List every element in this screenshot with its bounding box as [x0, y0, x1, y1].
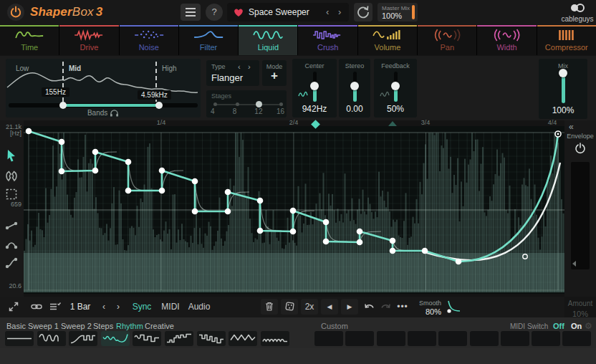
midi-switch-off-button[interactable]: Off	[553, 322, 564, 330]
more-options-button[interactable]: •••	[394, 299, 411, 315]
custom-wave-slot[interactable]	[438, 331, 467, 346]
stages-option-16[interactable]: 16	[277, 107, 284, 115]
shift-right-button[interactable]: ▶	[341, 299, 358, 315]
wave-category-creative[interactable]: Creative	[145, 322, 174, 330]
wave-preset-bumps[interactable]	[37, 331, 66, 346]
smooth-curve-icon[interactable]	[446, 300, 461, 315]
trigger-sync-button[interactable]: Sync	[129, 299, 155, 315]
favorite-heart-icon[interactable]	[233, 7, 244, 17]
tab-pan[interactable]: Pan	[418, 25, 476, 55]
envelope-plot[interactable]	[24, 126, 564, 294]
stages-control[interactable]: Stages 481216	[206, 90, 287, 118]
stages-option-8[interactable]: 8	[233, 107, 237, 115]
tab-noise[interactable]: Noise	[120, 25, 178, 55]
bar-next-icon[interactable]: ›	[113, 299, 123, 315]
tab-time[interactable]: Time	[0, 25, 59, 55]
preset-selector[interactable]: Space Sweeper ‹ ›	[227, 3, 349, 21]
stages-handle[interactable]	[256, 101, 262, 107]
tab-width[interactable]: Width	[477, 25, 536, 55]
bypass-power-button[interactable]	[7, 4, 24, 21]
tab-crush[interactable]: Crush	[298, 25, 357, 55]
bar-length-selector[interactable]: 1 Bar	[66, 299, 95, 315]
stages-option-12[interactable]: 12	[254, 107, 262, 115]
stereo-control[interactable]: Stereo 0.00	[339, 59, 370, 118]
marquee-tool-button[interactable]	[4, 186, 19, 202]
tab-filter[interactable]: Filter	[179, 25, 238, 55]
mix-control[interactable]: Mix 100%	[539, 59, 587, 119]
wave-list-button[interactable]	[47, 299, 63, 315]
midi-switch-on-button[interactable]: On	[571, 322, 582, 330]
band-handle-low[interactable]	[59, 102, 67, 109]
wave-category-basic[interactable]: Basic	[6, 322, 26, 330]
wave-category-sweep-1[interactable]: Sweep 1	[28, 322, 59, 330]
type-selector[interactable]: Type ‹ › Flanger	[206, 60, 259, 86]
preset-prev-icon[interactable]: ‹	[326, 6, 329, 17]
stereo-slider[interactable]	[353, 72, 357, 102]
feedback-param-marker-icon[interactable]	[388, 121, 397, 126]
custom-wave-slot[interactable]	[377, 331, 405, 346]
bar-prev-icon[interactable]: ‹	[99, 299, 109, 315]
custom-wave-slot[interactable]	[470, 331, 499, 346]
stages-dot[interactable]	[236, 102, 239, 106]
wave-preset-humps[interactable]	[261, 331, 289, 346]
envelope-power-icon[interactable]	[574, 142, 587, 155]
band-split-panel[interactable]: Low Mid High 155Hz 4.59kHz Bands	[6, 59, 201, 118]
feedback-slider-handle[interactable]	[391, 82, 400, 90]
wave-category-steps[interactable]: Steps	[93, 322, 113, 330]
headphones-icon[interactable]	[110, 109, 119, 117]
custom-wave-slot[interactable]	[408, 331, 436, 346]
tab-liquid[interactable]: Liquid	[239, 25, 297, 55]
beat-ruler[interactable]: 1/42/43/44/4	[24, 120, 564, 126]
tab-drive[interactable]: Drive	[59, 25, 118, 55]
preset-next-icon[interactable]: ›	[338, 6, 341, 17]
custom-wave-slot[interactable]	[562, 331, 591, 346]
wave-preset-triangles[interactable]	[229, 331, 257, 346]
collapse-panel-icon[interactable]: «	[569, 122, 573, 132]
stages-slider[interactable]	[213, 104, 279, 105]
link-waves-button[interactable]	[29, 299, 44, 315]
custom-wave-slot[interactable]	[532, 331, 560, 346]
mode-selector[interactable]: Mode +	[262, 60, 287, 86]
shift-left-button[interactable]: ◀	[321, 299, 338, 315]
trigger-midi-button[interactable]: MIDI	[158, 299, 183, 315]
band-range-bar[interactable]	[63, 104, 159, 107]
tab-compressor[interactable]: Compressor	[537, 25, 596, 55]
help-button[interactable]: ?	[206, 4, 223, 21]
feedback-slider[interactable]	[394, 72, 398, 102]
band-handle-high[interactable]	[155, 102, 163, 109]
band-range-track[interactable]	[9, 103, 198, 107]
wave-preset-wave-sweep[interactable]	[101, 331, 130, 346]
custom-wave-slot[interactable]	[501, 331, 529, 346]
line-tool-button[interactable]	[4, 218, 19, 234]
redo-button[interactable]	[378, 299, 393, 315]
mix-slider-handle[interactable]	[559, 69, 567, 77]
mode-plus-icon[interactable]: +	[262, 69, 287, 83]
custom-wave-slot[interactable]	[314, 331, 343, 346]
feedback-control[interactable]: Feedback 50%	[374, 59, 417, 118]
stereo-slider-handle[interactable]	[350, 82, 359, 90]
wave-preset-flat[interactable]	[5, 331, 34, 346]
wave-preset-stairs[interactable]	[165, 331, 193, 346]
custom-wave-slot[interactable]	[345, 331, 374, 346]
center-slider[interactable]	[313, 72, 317, 102]
envelope-amount-slider[interactable]	[571, 162, 590, 269]
tab-volume[interactable]: Volume	[358, 25, 417, 55]
pointer-tool-button[interactable]	[4, 148, 19, 163]
scurve-tool-button[interactable]	[4, 255, 19, 271]
center-control[interactable]: Center 942Hz	[292, 59, 337, 118]
wave-preset-zigzag-squares[interactable]	[133, 331, 161, 346]
center-slider-handle[interactable]	[310, 82, 319, 90]
double-wave-button[interactable]: 2x	[301, 299, 318, 315]
midi-switch-gear-icon[interactable]: ⚙	[585, 321, 592, 331]
type-prev-icon[interactable]: ‹	[238, 62, 241, 71]
stages-option-4[interactable]: 4	[211, 107, 215, 115]
master-mix-control[interactable]: Master Mix 100%	[378, 3, 418, 21]
curve-tool-button[interactable]	[4, 236, 19, 252]
delete-wave-button[interactable]	[261, 299, 278, 315]
master-mix-slider[interactable]	[412, 5, 415, 19]
trigger-audio-button[interactable]: Audio	[185, 299, 213, 315]
stages-dot[interactable]	[213, 102, 217, 106]
main-menu-button[interactable]	[181, 4, 201, 21]
wave-preset-pulse-steps[interactable]	[197, 331, 226, 346]
wave-category-sweep-2[interactable]: Sweep 2	[61, 322, 92, 330]
